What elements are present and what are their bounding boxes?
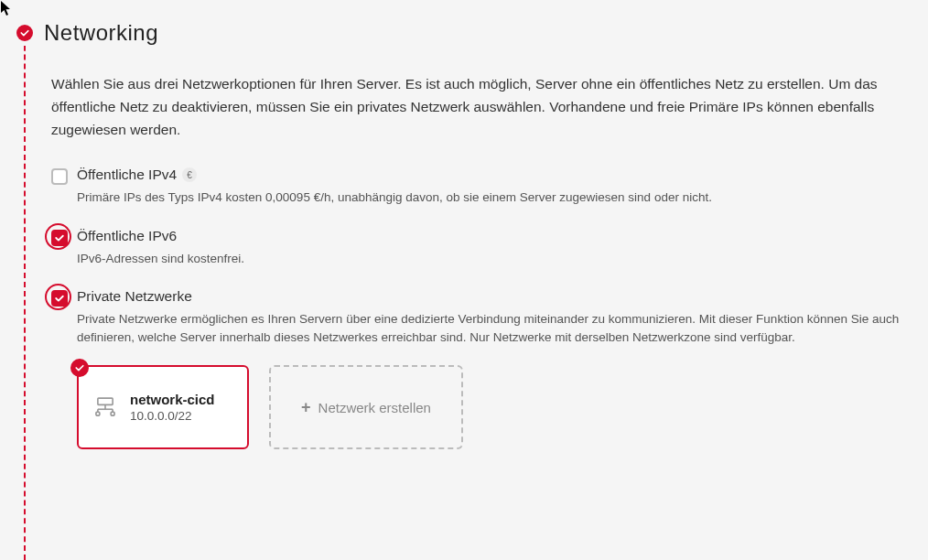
svg-point-6: [111, 412, 114, 415]
network-cidr: 10.0.0.0/22: [130, 409, 215, 423]
price-badge-icon: €: [182, 167, 197, 182]
option-public-ipv4: Öffentliche IPv4 € Primäre IPs des Typs …: [51, 167, 919, 207]
checkbox-private[interactable]: [51, 290, 68, 307]
option-label-ipv4: Öffentliche IPv4: [77, 167, 177, 183]
option-label-private: Private Netzwerke: [77, 288, 192, 305]
checkbox-ipv6[interactable]: [51, 230, 68, 246]
option-desc-ipv4: Primäre IPs des Typs IPv4 kosten 0,00095…: [77, 188, 919, 207]
timeline-line: [24, 0, 26, 560]
create-network-label: Netzwerk erstellen: [318, 400, 431, 415]
network-card-selected[interactable]: network-cicd 10.0.0.0/22: [77, 365, 249, 449]
check-badge-icon: [16, 25, 33, 41]
check-badge-icon: [70, 359, 89, 377]
create-network-button[interactable]: + Netzwerk erstellen: [269, 365, 463, 449]
option-private-networks: Private Netzwerke Private Netzwerke ermö…: [51, 288, 919, 450]
option-label-ipv6: Öffentliche IPv6: [77, 228, 177, 244]
section-title: Networking: [44, 20, 158, 46]
option-desc-ipv6: IPv6-Adressen sind kostenfrei.: [77, 250, 919, 268]
svg-rect-0: [98, 398, 113, 404]
cursor-icon: [0, 0, 13, 19]
section-header: Networking: [0, 0, 928, 46]
option-public-ipv6: Öffentliche IPv6 IPv6-Adressen sind kost…: [51, 228, 919, 268]
svg-point-5: [96, 412, 100, 415]
checkbox-ipv4[interactable]: [51, 168, 68, 185]
intro-text: Wählen Sie aus drei Netzwerkoptionen für…: [51, 73, 919, 141]
network-icon: [93, 394, 117, 421]
option-desc-private: Private Netzwerke ermöglichen es Ihren S…: [77, 310, 919, 348]
plus-icon: +: [301, 398, 311, 417]
network-name: network-cicd: [130, 392, 215, 407]
section-content: Wählen Sie aus drei Netzwerkoptionen für…: [0, 46, 928, 449]
